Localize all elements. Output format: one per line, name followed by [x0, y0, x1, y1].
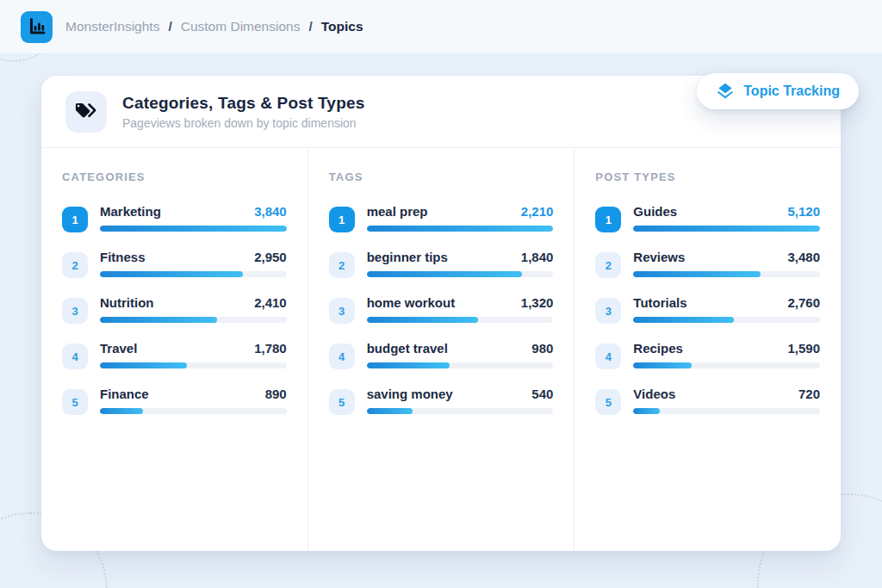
progress-fill [100, 362, 187, 368]
topic-label: Reviews [633, 250, 685, 264]
card-title: Categories, Tags & Post Types [122, 94, 364, 113]
topic-row: 3home workout1,320 [329, 295, 554, 324]
topic-row: 2Fitness2,950 [62, 250, 287, 278]
topic-label: meal prep [367, 204, 428, 219]
progress-fill [633, 317, 734, 323]
topic-value: 3,480 [787, 250, 820, 264]
topic-row: 1Marketing3,840 [62, 204, 287, 232]
topic-row-head: Marketing3,840 [100, 204, 287, 219]
layers-icon [716, 82, 735, 101]
progress-track [633, 317, 820, 323]
progress-track [633, 408, 820, 414]
card-subtitle: Pageviews broken down by topic dimension [122, 116, 364, 130]
breadcrumb: MonsterInsights / Custom Dimensions / To… [65, 19, 363, 34]
topic-value: 1,840 [521, 250, 554, 264]
topic-row-head: Travel1,780 [100, 341, 287, 356]
progress-fill [633, 271, 760, 277]
topic-row: 2Reviews3,480 [595, 250, 820, 278]
column-heading: POST TYPES [595, 170, 820, 183]
rank-badge: 3 [329, 298, 355, 324]
breadcrumb-separator: / [308, 19, 312, 34]
topic-value: 540 [531, 387, 553, 401]
topic-row: 5Finance890 [62, 387, 287, 415]
progress-fill [367, 317, 478, 323]
topic-row-head: meal prep2,210 [367, 204, 554, 219]
topic-label: budget travel [367, 341, 448, 356]
topic-label: Guides [633, 204, 677, 219]
topic-row: 3Nutrition2,410 [62, 295, 287, 324]
breadcrumb-topics-current: Topics [321, 19, 363, 34]
topic-row-head: saving money540 [367, 387, 554, 401]
progress-track [367, 362, 554, 368]
breadcrumb-custom-dimensions[interactable]: Custom Dimensions [181, 19, 301, 34]
rank-badge: 5 [62, 389, 88, 415]
monsterinsights-logo[interactable] [21, 11, 53, 43]
topic-value: 1,590 [787, 341, 820, 356]
topic-row-main: budget travel980 [367, 341, 554, 368]
topic-row-main: Reviews3,480 [633, 250, 820, 277]
topic-label: Recipes [633, 341, 683, 356]
topic-row-main: Travel1,780 [100, 341, 287, 368]
rank-badge: 1 [62, 207, 88, 232]
topic-value: 2,210 [521, 204, 554, 219]
progress-track [367, 317, 554, 323]
progress-track [367, 226, 554, 232]
progress-track [100, 362, 287, 368]
topic-label: Finance [100, 387, 149, 401]
column-categories: CATEGORIES1Marketing3,8402Fitness2,9503N… [41, 148, 307, 550]
rank-badge: 4 [62, 344, 88, 369]
topic-label: beginner tips [367, 250, 448, 264]
breadcrumb-separator: / [168, 19, 171, 34]
progress-track [633, 271, 820, 277]
progress-track [367, 408, 554, 414]
topic-row-main: home workout1,320 [367, 295, 554, 323]
topic-row-main: Marketing3,840 [100, 204, 287, 232]
topic-value: 1,320 [521, 295, 554, 310]
column-tags: TAGS1meal prep2,2102beginner tips1,8403h… [307, 148, 575, 550]
rank-badge: 5 [595, 389, 621, 415]
rank-badge: 1 [595, 207, 621, 232]
topic-row-main: beginner tips1,840 [367, 250, 554, 277]
topic-row-main: Fitness2,950 [100, 250, 287, 277]
rank-badge: 3 [62, 298, 88, 324]
progress-track [100, 408, 287, 414]
topic-row-head: Guides5,120 [633, 204, 820, 219]
topic-row-main: Tutorials2,760 [633, 295, 820, 323]
topic-row: 1meal prep2,210 [329, 204, 554, 232]
topic-row-head: Videos720 [633, 387, 820, 401]
topic-row: 4Travel1,780 [62, 341, 287, 369]
topic-value: 3,840 [254, 204, 287, 219]
topic-value: 1,780 [254, 341, 287, 356]
progress-track [633, 226, 820, 232]
topic-row: 4Recipes1,590 [595, 341, 820, 369]
topic-row-head: beginner tips1,840 [367, 250, 554, 264]
topic-value: 5,120 [787, 204, 820, 219]
rank-badge: 5 [329, 389, 355, 415]
topic-row-main: saving money540 [367, 387, 554, 414]
topic-row-main: Nutrition2,410 [100, 295, 287, 323]
topic-tracking-button[interactable]: Topic Tracking [697, 73, 859, 109]
topics-report-card: Categories, Tags & Post Types Pageviews … [41, 76, 841, 551]
topic-value: 720 [798, 387, 820, 401]
rank-badge: 2 [329, 252, 355, 278]
topic-tracking-label: Topic Tracking [743, 84, 840, 99]
topic-value: 2,760 [787, 295, 820, 310]
topic-row-head: budget travel980 [367, 341, 554, 356]
rank-badge: 2 [62, 252, 88, 278]
topics-columns: CATEGORIES1Marketing3,8402Fitness2,9503N… [41, 148, 841, 550]
breadcrumb-monsterinsights[interactable]: MonsterInsights [65, 19, 159, 34]
topic-row: 1Guides5,120 [595, 204, 820, 232]
progress-fill [100, 226, 287, 232]
topic-row: 5Videos720 [595, 387, 820, 415]
topic-row-head: Fitness2,950 [100, 250, 287, 264]
topic-label: Travel [100, 341, 137, 356]
topic-label: Fitness [100, 250, 146, 264]
topic-label: Tutorials [633, 295, 686, 310]
top-bar: MonsterInsights / Custom Dimensions / To… [0, 0, 882, 53]
topic-row-head: home workout1,320 [367, 295, 554, 310]
rank-badge: 4 [329, 344, 355, 369]
topic-row-head: Reviews3,480 [633, 250, 820, 264]
topic-label: Videos [633, 387, 675, 401]
topic-row: 3Tutorials2,760 [595, 295, 820, 324]
card-icon-box [65, 91, 107, 133]
